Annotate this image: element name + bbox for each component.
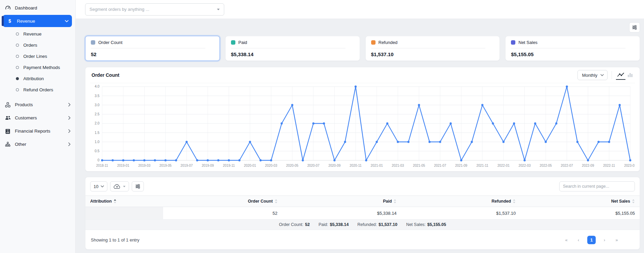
column-label: Refunded: [492, 199, 511, 204]
svg-text:2.0: 2.0: [95, 121, 100, 125]
bar-chart-icon: [627, 72, 633, 77]
revenue-subnav: Revenue Orders Order Lines Payment Metho…: [0, 28, 75, 95]
card-paid[interactable]: Paid $5,338.14: [225, 36, 360, 61]
previous-page-button[interactable]: ‹: [575, 236, 582, 244]
stat-cards: Order Count 52 Paid $5,338.14: [85, 36, 640, 61]
svg-text:2021-03: 2021-03: [392, 164, 404, 167]
svg-text:4.0: 4.0: [95, 85, 100, 88]
next-page-button[interactable]: ›: [601, 236, 608, 244]
column-header-paid[interactable]: Paid: [282, 196, 402, 207]
export-button[interactable]: [110, 181, 129, 191]
sidebar-item-orders[interactable]: Orders: [0, 40, 75, 51]
table-search-input[interactable]: [559, 181, 635, 191]
sidebar-item-order-lines[interactable]: Order Lines: [0, 51, 75, 62]
cell-order-count: 52: [163, 207, 282, 220]
card-refunded[interactable]: Refunded $1,537.10: [365, 36, 500, 61]
table-header-row: Attribution Order Count: [85, 196, 640, 207]
svg-text:2022-01: 2022-01: [497, 164, 510, 167]
sidebar-item-other[interactable]: Other: [0, 138, 75, 151]
chevron-down-icon: [65, 20, 69, 22]
table-row[interactable]: 52 $5,338.14 $1,537.10 $5,155.05: [85, 207, 640, 220]
svg-text:1.0: 1.0: [95, 140, 100, 144]
first-page-button[interactable]: «: [563, 236, 570, 244]
sidebar-item-customers[interactable]: Customers: [0, 111, 75, 124]
column-header-attribution[interactable]: Attribution: [85, 196, 163, 207]
cubes-icon: [5, 102, 11, 108]
line-chart-icon: [617, 72, 624, 77]
gauge-icon: [5, 5, 11, 11]
svg-text:2020-09: 2020-09: [328, 164, 341, 167]
card-label: Net Sales: [518, 40, 537, 45]
svg-text:2022-09: 2022-09: [582, 164, 594, 167]
svg-text:0: 0: [98, 158, 100, 162]
sidebar-item-label: Revenue: [17, 19, 35, 24]
sliders-icon: [135, 184, 140, 189]
users-icon: [5, 115, 11, 120]
sort-icon-asc-active: [113, 199, 117, 204]
column-label: Net Sales: [611, 199, 630, 204]
sidebar: Dashboard $ Revenue Revenue Orders Order…: [0, 0, 76, 253]
cell-attribution: [85, 207, 163, 220]
sidebar-item-revenue-sub[interactable]: Revenue: [0, 28, 75, 40]
summary-paid: Paid:$5,338.14: [318, 222, 349, 227]
line-chart-toggle-button[interactable]: [616, 70, 625, 80]
page-1-button[interactable]: 1: [587, 236, 596, 244]
column-header-net-sales[interactable]: Net Sales: [520, 196, 640, 207]
svg-text:2022-05: 2022-05: [540, 164, 552, 167]
sidebar-item-financial-reports[interactable]: Financial Reports: [0, 124, 75, 138]
filled-circle-marker-icon: [16, 77, 19, 80]
filters-button[interactable]: [629, 22, 640, 32]
card-value: $5,155.05: [511, 51, 634, 57]
card-net-sales[interactable]: Net Sales $5,155.05: [505, 36, 640, 61]
svg-text:3.0: 3.0: [95, 103, 100, 107]
column-header-order-count[interactable]: Order Count: [163, 196, 282, 207]
chart-title: Order Count: [90, 72, 119, 78]
svg-text:2019-09: 2019-09: [202, 164, 214, 167]
subnav-label: Orders: [23, 43, 37, 48]
segment-select[interactable]: Segment orders by anything ...: [85, 3, 224, 16]
svg-text:2020-03: 2020-03: [265, 164, 278, 167]
sidebar-item-payment-methods[interactable]: Payment Methods: [0, 62, 75, 73]
column-settings-button[interactable]: [132, 181, 144, 191]
svg-text:2022-11: 2022-11: [603, 164, 615, 167]
svg-text:2019-05: 2019-05: [159, 164, 172, 167]
table-controls: 10: [85, 181, 640, 196]
cloud-download-icon: [113, 184, 121, 189]
chevron-down-icon: [600, 74, 604, 76]
summary-net-sales: Net Sales:$5,155.05: [406, 222, 446, 227]
chart-panel: Order Count Monthly: [85, 67, 640, 171]
net-sales-swatch-icon: [511, 40, 515, 45]
table-controls-left: 10: [90, 181, 144, 191]
sidebar-item-refund-orders[interactable]: Refund Orders: [0, 84, 75, 95]
period-select[interactable]: Monthly: [577, 70, 608, 80]
bar-chart-toggle-button[interactable]: [625, 70, 635, 80]
report-icon: [5, 129, 11, 134]
cell-paid: $5,338.14: [282, 207, 402, 220]
svg-text:1.5: 1.5: [95, 131, 100, 135]
order-count-line-chart: 2018-112019-012019-032019-052019-072019-…: [90, 83, 635, 170]
sort-icon: [632, 199, 635, 204]
page-size-select[interactable]: 10: [90, 181, 107, 191]
chevron-right-icon: [68, 142, 71, 146]
sidebar-item-revenue[interactable]: $ Revenue: [3, 15, 72, 27]
card-divider: [511, 48, 625, 48]
showing-entries-text: Showing 1 to 1 of 1 entry: [91, 237, 139, 243]
topbar: Segment orders by anything ...: [76, 0, 644, 19]
circle-marker-icon: [16, 66, 19, 69]
table-panel: 10: [85, 177, 640, 250]
sort-icon: [393, 199, 396, 204]
sliders-icon: [632, 25, 637, 30]
last-page-button[interactable]: »: [613, 236, 620, 244]
column-header-refunded[interactable]: Refunded: [401, 196, 520, 207]
svg-text:2021-11: 2021-11: [476, 164, 489, 167]
sidebar-item-products[interactable]: Products: [0, 98, 75, 111]
svg-text:2021-05: 2021-05: [413, 164, 426, 167]
sidebar-item-dashboard[interactable]: Dashboard: [0, 2, 75, 14]
svg-text:2023-01: 2023-01: [624, 164, 635, 167]
sidebar-item-label: Other: [15, 142, 26, 147]
svg-text:2020-05: 2020-05: [286, 164, 299, 167]
sidebar-item-attribution[interactable]: Attribution: [0, 73, 75, 84]
refunded-swatch-icon: [371, 40, 376, 45]
card-order-count[interactable]: Order Count 52: [85, 36, 220, 61]
chart-header: Order Count Monthly: [90, 67, 635, 83]
